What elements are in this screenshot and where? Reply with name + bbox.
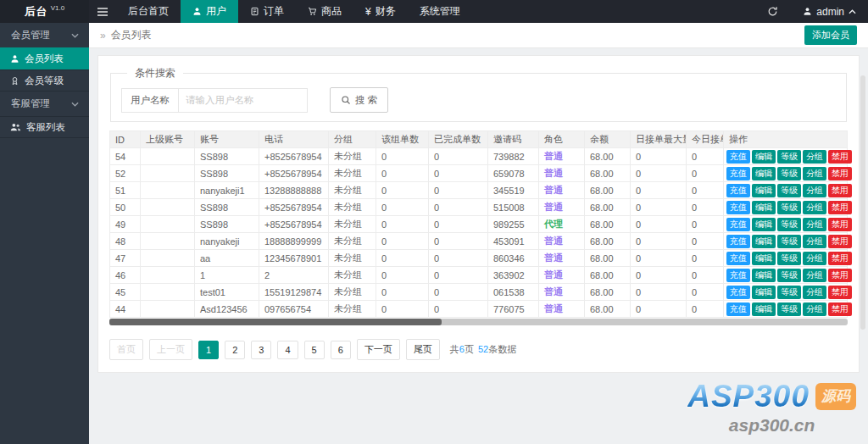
disable-button[interactable]: 禁用 <box>828 286 852 299</box>
nav-item-finance[interactable]: ¥ 财务 <box>353 0 408 23</box>
vertical-scrollbar[interactable] <box>860 75 865 330</box>
cell-completed: 0 <box>429 284 488 301</box>
chevron-up-icon <box>849 9 856 14</box>
edit-button[interactable]: 编辑 <box>752 201 776 214</box>
level-button[interactable]: 等级 <box>777 218 801 231</box>
level-button[interactable]: 等级 <box>777 167 801 180</box>
recharge-button[interactable]: 充值 <box>726 184 750 197</box>
edit-button[interactable]: 编辑 <box>752 286 776 299</box>
level-button[interactable]: 等级 <box>777 269 801 282</box>
level-button[interactable]: 等级 <box>777 252 801 265</box>
level-button[interactable]: 等级 <box>777 150 801 164</box>
horizontal-scrollbar[interactable] <box>109 319 848 325</box>
sidebar-group-label: 客服管理 <box>11 97 50 110</box>
sidebar-group-member-mgmt[interactable]: 会员管理 <box>0 23 89 47</box>
page-button-6[interactable]: 6 <box>331 341 351 359</box>
cell-invite: 776075 <box>488 301 539 318</box>
group-button[interactable]: 分组 <box>803 184 826 197</box>
add-member-button[interactable]: 添加会员 <box>804 25 857 45</box>
group-button[interactable]: 分组 <box>803 150 826 164</box>
cell-balance: 68.00 <box>585 250 631 267</box>
disable-button[interactable]: 禁用 <box>828 184 852 197</box>
prev-page-button[interactable]: 上一页 <box>149 339 192 360</box>
cell-id: 45 <box>110 284 141 301</box>
cell-invite: 860346 <box>488 250 539 267</box>
nav-item-orders[interactable]: 订单 <box>238 0 296 23</box>
cell-account: nanyakeji1 <box>195 182 259 199</box>
refresh-icon[interactable] <box>754 6 791 17</box>
recharge-button[interactable]: 充值 <box>726 302 750 316</box>
edit-button[interactable]: 编辑 <box>752 218 776 231</box>
group-button[interactable]: 分组 <box>803 302 826 316</box>
sidebar-item-service-list[interactable]: 客服列表 <box>0 116 89 138</box>
level-button[interactable]: 等级 <box>777 201 801 214</box>
sidebar-item-member-level[interactable]: 会员等级 <box>0 69 89 92</box>
next-page-button[interactable]: 下一页 <box>357 339 400 360</box>
disable-button[interactable]: 禁用 <box>828 235 852 248</box>
group-button[interactable]: 分组 <box>803 286 826 299</box>
search-button[interactable]: 搜 索 <box>330 87 388 113</box>
page-button-5[interactable]: 5 <box>304 341 325 359</box>
group-button[interactable]: 分组 <box>803 252 826 265</box>
disable-button[interactable]: 禁用 <box>828 167 852 180</box>
edit-button[interactable]: 编辑 <box>752 235 776 248</box>
edit-button[interactable]: 编辑 <box>752 167 776 180</box>
nav-item-goods[interactable]: 商品 <box>296 0 353 23</box>
cell-group_orders: 0 <box>376 233 429 250</box>
cell-group: 未分组 <box>329 165 376 182</box>
group-button[interactable]: 分组 <box>803 167 826 180</box>
table-row: 45test0115519129874未分组00061538普通68.0000充… <box>110 284 848 301</box>
level-button[interactable]: 等级 <box>777 235 801 248</box>
recharge-button[interactable]: 充值 <box>726 286 750 299</box>
disable-button[interactable]: 禁用 <box>828 302 852 316</box>
level-button[interactable]: 等级 <box>777 286 801 299</box>
disable-button[interactable]: 禁用 <box>828 201 852 214</box>
cell-id: 51 <box>110 182 141 199</box>
nav-item-home[interactable]: 后台首页 <box>116 0 181 23</box>
level-button[interactable]: 等级 <box>777 302 801 316</box>
edit-button[interactable]: 编辑 <box>752 269 776 282</box>
page-button-4[interactable]: 4 <box>277 341 298 359</box>
group-button[interactable]: 分组 <box>803 201 826 214</box>
page-button-2[interactable]: 2 <box>225 341 245 359</box>
sidebar-group-service-mgmt[interactable]: 客服管理 <box>0 92 89 116</box>
nav-item-users[interactable]: 用户 <box>181 0 238 23</box>
recharge-button[interactable]: 充值 <box>726 218 750 231</box>
recharge-button[interactable]: 充值 <box>726 235 750 248</box>
recharge-button[interactable]: 充值 <box>726 167 750 180</box>
group-button[interactable]: 分组 <box>803 269 826 282</box>
recharge-button[interactable]: 充值 <box>726 269 750 282</box>
edit-button[interactable]: 编辑 <box>752 184 776 197</box>
edit-button[interactable]: 编辑 <box>752 252 776 265</box>
last-page-button[interactable]: 尾页 <box>406 339 440 360</box>
level-button[interactable]: 等级 <box>777 184 801 197</box>
cell-group: 未分组 <box>329 182 376 199</box>
nav-item-system[interactable]: 系统管理 <box>408 0 472 23</box>
group-button[interactable]: 分组 <box>803 218 826 231</box>
table-header-row: ID上级账号账号电话分组该组单数已完成单数邀请码角色余额日接单最大量今日接单数操… <box>110 131 848 148</box>
cell-account: test01 <box>195 284 259 301</box>
disable-button[interactable]: 禁用 <box>828 269 852 282</box>
horizontal-scrollbar-thumb[interactable] <box>109 319 442 325</box>
group-button[interactable]: 分组 <box>803 235 826 248</box>
column-header: 余额 <box>585 131 631 148</box>
cell-group_orders: 0 <box>376 148 429 165</box>
recharge-button[interactable]: 充值 <box>726 201 750 214</box>
cell-completed: 0 <box>429 165 488 182</box>
cell-role: 普通 <box>539 250 585 267</box>
recharge-button[interactable]: 充值 <box>726 252 750 265</box>
first-page-button[interactable]: 首页 <box>109 339 143 360</box>
cell-id: 48 <box>110 233 141 250</box>
edit-button[interactable]: 编辑 <box>752 150 776 164</box>
disable-button[interactable]: 禁用 <box>828 252 852 265</box>
sidebar-item-member-list[interactable]: 会员列表 <box>0 47 89 69</box>
recharge-button[interactable]: 充值 <box>726 150 750 164</box>
disable-button[interactable]: 禁用 <box>828 218 852 231</box>
disable-button[interactable]: 禁用 <box>828 150 852 164</box>
hamburger-icon[interactable] <box>89 0 116 23</box>
edit-button[interactable]: 编辑 <box>752 302 776 316</box>
page-button-3[interactable]: 3 <box>251 341 271 359</box>
page-button-1[interactable]: 1 <box>198 341 219 359</box>
username-input[interactable] <box>179 88 308 113</box>
user-menu[interactable]: admin <box>791 6 868 18</box>
